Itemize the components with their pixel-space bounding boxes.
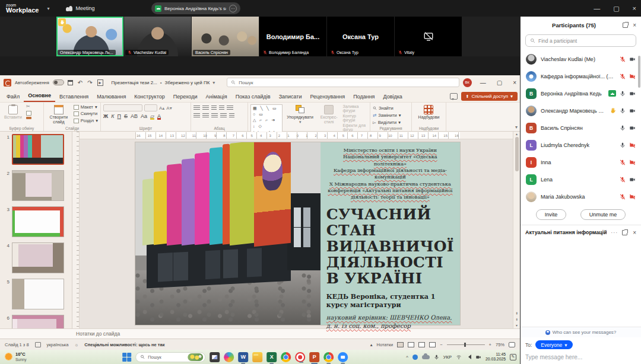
more-options-icon[interactable]: ··· (229, 5, 237, 12)
change-case-button[interactable]: Аа (141, 113, 147, 119)
clock[interactable]: 11:45 20.03.2025 (485, 352, 506, 362)
participant-search-input[interactable]: Find a participant (525, 34, 636, 47)
camera-on-icon[interactable] (629, 56, 636, 62)
tab-design[interactable]: Конструктор (130, 92, 169, 102)
normal-view-icon[interactable] (397, 342, 404, 347)
mic-muted-icon[interactable] (620, 194, 626, 200)
mic-muted-icon[interactable] (620, 74, 626, 79)
video-tile-vasyl[interactable]: Василь Спріснян (192, 17, 259, 56)
layout-button[interactable]: Макет ▾ (74, 105, 98, 110)
zoom-taskbar-icon[interactable] (338, 352, 348, 362)
notes-toggle-label[interactable]: Нотатки (377, 342, 394, 347)
recording-app-icon[interactable] (295, 352, 305, 362)
cut-icon[interactable]: ✂ (26, 104, 31, 110)
shape-fill-button[interactable]: Заливка фігури (342, 104, 367, 113)
zoom-slider[interactable] (447, 344, 485, 345)
tab-view[interactable]: Подання (349, 92, 379, 102)
tab-animations[interactable]: Анімація (201, 92, 231, 102)
fit-to-window-icon[interactable] (509, 342, 515, 347)
reset-button[interactable]: Скинути (74, 111, 98, 116)
participant-row[interactable]: Олександр Марковець Ль... (521, 102, 641, 119)
panel-scrollbar-thumb[interactable] (638, 56, 640, 88)
section-button[interactable]: Розділ ▾ (74, 119, 98, 123)
video-tile-volodymyr[interactable]: Володимир Ба... Володимир Балянда (259, 17, 326, 56)
participant-row[interactable]: I Inna (521, 154, 641, 171)
video-tile-oksana[interactable]: Оксана Тур Оксана Тур (327, 17, 394, 56)
zoom-level[interactable]: 75% (496, 342, 504, 347)
video-tile-oleksandr[interactable]: Олександр Марковець Ль... (56, 17, 123, 56)
copilot-icon[interactable] (224, 352, 234, 362)
share-button[interactable]: ⬆ Спільний доступ ▾ (461, 92, 518, 101)
justify-icon[interactable] (220, 113, 227, 119)
tab-help[interactable]: Довідка (379, 92, 406, 102)
tab-home[interactable]: Основне (24, 91, 55, 102)
bullets-icon[interactable] (193, 106, 200, 111)
browser-icon[interactable] (323, 352, 334, 362)
popout-icon[interactable] (622, 230, 627, 235)
ppt-search-box[interactable]: Пошук (227, 78, 459, 87)
wifi-icon[interactable] (456, 355, 462, 360)
participant-row[interactable]: Viacheslav Kudlai (Me) (521, 50, 641, 68)
slide-scrollbar[interactable]: ▴ ⇞ ⇟ ▾ (513, 132, 520, 328)
ppt-close-button[interactable]: × (513, 79, 516, 86)
slideshow-view-icon[interactable] (429, 342, 436, 347)
scroll-down-icon[interactable]: ▾ (516, 323, 518, 327)
camera-on-icon[interactable] (629, 177, 636, 183)
ribbon-collapse-icon[interactable]: ▾ (515, 124, 518, 130)
slide-thumbnail-1[interactable] (12, 134, 64, 165)
thumbnail-row[interactable]: 2 (2, 170, 72, 201)
thumbnail-row[interactable]: 1 (2, 134, 72, 165)
reading-view-icon[interactable] (418, 342, 425, 347)
font-color-button[interactable]: А (157, 113, 161, 119)
thumbnail-row[interactable]: 3 (2, 206, 72, 237)
mic-on-icon[interactable] (620, 142, 626, 148)
participant-row[interactable]: Maria Jakubowska (521, 188, 641, 205)
undo-icon[interactable]: ↶ (78, 79, 82, 86)
camera-off-icon[interactable] (629, 142, 636, 148)
minimize-button[interactable]: — (594, 5, 600, 12)
unmute-me-button[interactable]: Unmute me (580, 209, 626, 220)
line-spacing-icon[interactable] (227, 106, 233, 111)
save-icon[interactable] (68, 80, 73, 85)
quick-styles-button[interactable]: Експрес-стилі (318, 104, 340, 125)
accessibility-status[interactable]: Спеціальні можливості: щось не так (84, 342, 164, 347)
format-painter-icon[interactable] (26, 117, 31, 119)
notes-toggle-icon[interactable]: ▴ (370, 342, 373, 347)
recipient-selector[interactable]: Everyone ▾ (535, 340, 572, 349)
scrollbar-thumb[interactable] (515, 137, 519, 171)
onedrive-icon[interactable] (422, 355, 430, 359)
start-button[interactable] (122, 353, 131, 362)
participant-row[interactable]: В Василь Спрінсян (521, 119, 641, 136)
tab-meeting[interactable]: Meeting (66, 5, 94, 11)
font-size-box[interactable] (144, 104, 157, 111)
chrome-icon[interactable] (281, 352, 291, 362)
current-slide[interactable]: Міністерство освіти і науки України Наці… (135, 142, 460, 325)
tab-transitions[interactable]: Переходи (169, 92, 202, 102)
mic-tray-icon[interactable] (434, 355, 439, 360)
participant-row[interactable]: L Lena (521, 171, 641, 188)
display-settings-icon[interactable] (35, 342, 41, 347)
language-indicator[interactable]: українська (47, 342, 69, 347)
video-tile-viacheslav[interactable]: Viacheslav Kudlai (124, 17, 191, 56)
ppt-minimize-button[interactable]: — (480, 79, 486, 86)
find-button[interactable]: Знайти (373, 106, 409, 111)
pen-input-icon[interactable]: ✎ (510, 354, 516, 360)
close-panel-icon[interactable]: × (633, 22, 636, 28)
thumbnail-row[interactable]: 4 (2, 242, 72, 273)
slide-thumbnail-4[interactable] (12, 242, 64, 273)
camera-on-icon[interactable] (629, 125, 636, 131)
slide-thumbnail-6[interactable] (12, 315, 64, 328)
camera-off-icon[interactable] (629, 194, 636, 200)
mic-muted-icon[interactable] (620, 56, 626, 62)
next-slide-icon[interactable]: ⇟ (515, 317, 518, 321)
numbering-icon[interactable] (202, 106, 209, 111)
participant-row[interactable]: L Liudmyla Cherednyk (521, 136, 641, 154)
ppt-maximize-button[interactable]: ▢ (497, 79, 502, 86)
volume-icon[interactable] (466, 355, 471, 359)
mic-on-icon[interactable] (620, 91, 626, 97)
participant-row[interactable]: Кафедра інформаційної... (Host) (521, 68, 641, 85)
tab-file[interactable]: Файл (2, 92, 24, 102)
select-button[interactable]: ▻Виділити ▾ (373, 120, 409, 125)
more-options-icon[interactable]: ··· (611, 229, 618, 235)
addins-button[interactable]: Надбудови (417, 104, 442, 120)
